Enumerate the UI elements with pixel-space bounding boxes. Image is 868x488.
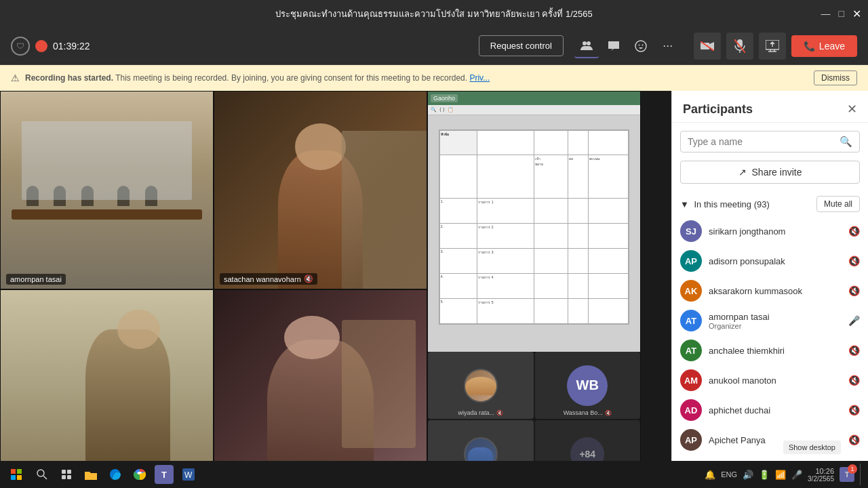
mic-off-icon: 🔇 <box>848 285 860 296</box>
mic-off-icon: 🔇 <box>848 405 860 415</box>
participant-item[interactable]: AM anukool manoton 🔇 <box>672 365 868 395</box>
svg-text:W: W <box>184 470 193 480</box>
teams-icon: T <box>155 465 174 484</box>
close-panel-button[interactable]: ✕ <box>847 102 857 117</box>
mini-video-wiyada: wiyada rata... 🔇 <box>428 352 534 419</box>
show-desktop-tooltip: Show desktop <box>783 441 841 454</box>
request-control-button[interactable]: Request control <box>479 35 564 56</box>
participant-avatar: AD <box>680 399 702 421</box>
panel-title: Participants <box>683 102 753 117</box>
organizer-tag: Organizer <box>709 322 842 330</box>
participant-avatar: AT <box>680 340 702 361</box>
participant-name: adisorn ponsupalak <box>709 256 842 266</box>
microphone-system-icon: 🎤 <box>791 470 802 480</box>
search-button[interactable]: 🔍 <box>840 136 852 148</box>
minimize-button[interactable]: — <box>821 8 831 19</box>
chrome-button[interactable] <box>129 464 151 485</box>
share-screen-button[interactable] <box>759 33 786 60</box>
close-button[interactable]: ✕ <box>852 7 861 20</box>
participant-avatar: AK <box>680 280 702 302</box>
video-grid: amornpan tasai satachan wannavoharn 🔇 <box>0 91 671 488</box>
participant-item[interactable]: SJ sirikarn jongthanom 🔇 <box>672 216 868 246</box>
participant-name-amornpan: amornpan tasai Organizer <box>709 312 842 330</box>
microphone-toggle-button[interactable] <box>726 33 753 60</box>
mini-video-wassana: WB Wassana Bo... 🔇 <box>535 352 641 419</box>
mini-label-wiyada: wiyada rata... 🔇 <box>458 409 503 416</box>
search-taskbar-button[interactable] <box>31 464 53 485</box>
svg-point-2 <box>635 41 646 52</box>
video-label-amornpan: amornpan tasai <box>6 274 66 285</box>
show-desktop-button[interactable] <box>860 464 864 485</box>
svg-rect-14 <box>17 475 22 480</box>
participant-item[interactable]: AD aphichet duchai 🔇 <box>672 395 868 425</box>
participant-name: aksarakorn kummasook <box>709 286 842 296</box>
panel-header: Participants ✕ <box>672 91 868 123</box>
svg-point-4 <box>642 44 643 45</box>
leave-button[interactable]: 📞 Leave <box>791 35 857 57</box>
svg-rect-20 <box>67 475 71 479</box>
participant-avatar: AM <box>680 369 702 391</box>
participant-item[interactable]: AP adisorn ponsupalak 🔇 <box>672 246 868 276</box>
video-cell-satachan: satachan wannavoharn 🔇 <box>214 91 427 289</box>
mic-on-icon: 🎤 <box>848 315 860 326</box>
window-controls: — □ ✕ <box>821 7 861 20</box>
taskbar-right: 🔔 ENG 🔊 🔋 📶 🎤 10:26 3/2/2565 T 1 <box>705 464 864 485</box>
chat-icon-button[interactable] <box>601 34 626 58</box>
camera-toggle-button[interactable] <box>694 33 721 60</box>
teams-button[interactable]: T <box>153 464 175 485</box>
clock: 10:26 <box>815 467 834 475</box>
muted-icon-satachan: 🔇 <box>304 274 313 283</box>
speaker-icon: 🔊 <box>743 470 753 480</box>
title-bar: ประชุมคณะทำงานด้านคุณธรรมและความโปร่งใส … <box>0 0 868 27</box>
notifications-icon[interactable]: 🔔 <box>705 470 715 480</box>
dismiss-button[interactable]: Dismiss <box>814 70 857 85</box>
teams-notification-badge: 1 <box>848 464 857 474</box>
video-cell-screenshare: Gaonho 🔍 ⟨ ⟩ 📋 หัวข้อ <box>427 91 641 488</box>
participants-panel: Participants ✕ 🔍 ↗ Share invite ▼ In thi… <box>671 91 868 488</box>
search-box[interactable]: 🔍 <box>680 131 860 152</box>
recording-indicator <box>35 40 47 52</box>
security-icon: 🛡 <box>11 37 30 56</box>
leave-phone-icon: 📞 <box>804 41 815 52</box>
svg-line-16 <box>43 476 47 479</box>
svg-rect-18 <box>67 470 71 474</box>
edge-browser-button[interactable] <box>104 464 126 485</box>
in-meeting-header: ▼ In this meeting (93) Mute all <box>672 192 868 216</box>
participants-icon-button[interactable] <box>574 34 599 58</box>
svg-point-1 <box>587 41 591 45</box>
word-button[interactable]: W <box>178 464 199 485</box>
main-content: amornpan tasai satachan wannavoharn 🔇 <box>0 91 868 488</box>
wassana-avatar: WB <box>567 365 608 406</box>
toolbar-icons: ··· <box>574 34 680 58</box>
mic-off-icon: 🔇 <box>848 345 860 356</box>
participant-avatar-amornpan: AT <box>680 310 702 331</box>
participant-item[interactable]: AT anchalee thiemkhiri 🔇 <box>672 336 868 365</box>
participant-item[interactable]: AT amornpan tasai Organizer 🎤 <box>672 306 868 336</box>
more-options-button[interactable]: ··· <box>656 34 680 58</box>
mic-off-icon: 🔇 <box>848 256 860 266</box>
window-title: ประชุมคณะทำงานด้านคุณธรรมและความโปร่งใส … <box>275 7 593 21</box>
file-explorer-button[interactable] <box>80 464 102 485</box>
svg-rect-12 <box>17 469 22 474</box>
reactions-icon-button[interactable] <box>629 34 653 58</box>
video-cell-somsak: somsak tammawong 🔇 <box>0 289 214 488</box>
privacy-link[interactable]: Priv... <box>469 73 490 83</box>
date: 3/2/2565 <box>808 475 834 483</box>
toolbar: 🛡 01:39:22 Request control ··· 📞 Leave <box>0 27 868 65</box>
battery-icon: 🔋 <box>759 470 770 480</box>
participant-avatar: SJ <box>680 220 702 242</box>
mute-all-button[interactable]: Mute all <box>816 196 860 212</box>
video-cell-amornpan: amornpan tasai <box>0 91 214 289</box>
participant-name: anchalee thiemkhiri <box>709 346 842 356</box>
start-button[interactable] <box>4 464 28 485</box>
share-invite-button[interactable]: ↗ Share invite <box>680 161 860 184</box>
svg-rect-17 <box>62 470 66 474</box>
task-view-button[interactable] <box>56 464 77 485</box>
mic-off-icon: 🔇 <box>848 226 860 237</box>
wifi-icon: 📶 <box>775 470 786 480</box>
participant-item[interactable]: AK aksarakorn kummasook 🔇 <box>672 276 868 306</box>
search-input[interactable] <box>688 136 835 147</box>
document-table: หัวข้อ เป้าหมายผลคะแนน 1.รายการ 1 2.รายก… <box>439 130 629 324</box>
maximize-button[interactable]: □ <box>839 8 844 19</box>
warning-icon: ⚠ <box>11 73 20 83</box>
